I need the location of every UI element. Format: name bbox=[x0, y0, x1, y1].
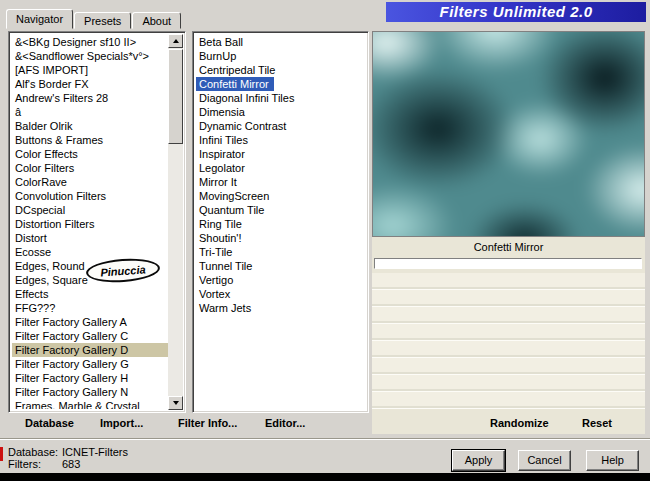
randomize-button[interactable]: Randomize bbox=[490, 417, 549, 429]
import-button[interactable]: Import... bbox=[100, 417, 143, 429]
apply-button[interactable]: Apply bbox=[452, 450, 505, 471]
list-item[interactable]: Color Filters bbox=[12, 161, 168, 175]
list-item[interactable]: Legolator bbox=[196, 161, 365, 175]
list-item[interactable]: Filter Factory Gallery A bbox=[12, 315, 168, 329]
list-item[interactable]: BurnUp bbox=[196, 49, 365, 63]
list-item[interactable]: Andrew's Filters 28 bbox=[12, 91, 168, 105]
database-button[interactable]: Database bbox=[25, 417, 74, 429]
list-item[interactable]: â bbox=[12, 105, 168, 119]
list-item[interactable]: Dynamic Contrast bbox=[196, 119, 365, 133]
list-item[interactable]: Beta Ball bbox=[196, 35, 365, 49]
list-item[interactable]: Buttons & Frames bbox=[12, 133, 168, 147]
progress-bar bbox=[374, 258, 642, 269]
arrow-down-icon bbox=[173, 401, 179, 405]
list-item[interactable]: Diagonal Infini Tiles bbox=[196, 91, 365, 105]
reset-button[interactable]: Reset bbox=[582, 417, 612, 429]
list-item[interactable]: Filter Factory Gallery C bbox=[12, 329, 168, 343]
list-item[interactable]: Filter Factory Gallery H bbox=[12, 371, 168, 385]
parameter-slot bbox=[372, 273, 645, 290]
list-item[interactable]: ColorRave bbox=[12, 175, 168, 189]
scroll-up-button[interactable] bbox=[168, 34, 183, 48]
list-item[interactable]: Inspirator bbox=[196, 147, 365, 161]
list-item[interactable]: Alf's Border FX bbox=[12, 77, 168, 91]
list-item[interactable]: Ecosse bbox=[12, 245, 168, 259]
list-item[interactable]: Centripedal Tile bbox=[196, 63, 365, 77]
list-item[interactable]: Filter Factory Gallery D bbox=[12, 343, 168, 357]
list-item[interactable]: Dimensia bbox=[196, 105, 365, 119]
filter-info-button[interactable]: Filter Info... bbox=[178, 417, 237, 429]
editor-button[interactable]: Editor... bbox=[265, 417, 305, 429]
list-item[interactable]: Vortex bbox=[196, 287, 365, 301]
category-list: &<BKg Designer sf10 II>&<Sandflower Spec… bbox=[12, 35, 168, 409]
cancel-button[interactable]: Cancel bbox=[518, 450, 571, 471]
arrow-up-icon bbox=[173, 39, 179, 43]
list-item[interactable]: Warm Jets bbox=[196, 301, 365, 315]
list-item[interactable]: Convolution Filters bbox=[12, 189, 168, 203]
list-item[interactable]: Confetti Mirror bbox=[196, 77, 274, 91]
selected-filter-name: Confetti Mirror bbox=[372, 238, 645, 257]
parameter-slot bbox=[372, 358, 645, 375]
parameter-area bbox=[372, 273, 645, 409]
red-edge-mark bbox=[0, 447, 3, 461]
list-item[interactable]: Ring Tile bbox=[196, 217, 365, 231]
list-item[interactable]: Color Effects bbox=[12, 147, 168, 161]
scroll-down-button[interactable] bbox=[168, 396, 183, 410]
list-item[interactable]: FFG??? bbox=[12, 301, 168, 315]
parameter-slot bbox=[372, 307, 645, 324]
filter-list: Beta BallBurnUpCentripedal TileConfetti … bbox=[196, 35, 365, 409]
list-item[interactable]: Effects bbox=[12, 287, 168, 301]
list-item[interactable]: Tri-Tile bbox=[196, 245, 365, 259]
list-item[interactable]: Tunnel Tile bbox=[196, 259, 365, 273]
list-item[interactable]: Infini Tiles bbox=[196, 133, 365, 147]
status-filters-value: 683 bbox=[62, 458, 80, 470]
status-database-value: ICNET-Filters bbox=[62, 446, 128, 458]
list-item[interactable]: &<Sandflower Specials*v°> bbox=[12, 49, 168, 63]
list-item[interactable]: &<BKg Designer sf10 II> bbox=[12, 35, 168, 49]
status-database-label: Database: bbox=[8, 446, 58, 458]
list-item[interactable]: Distort bbox=[12, 231, 168, 245]
list-item[interactable]: Filter Factory Gallery G bbox=[12, 357, 168, 371]
tab-presets[interactable]: Presets bbox=[74, 12, 131, 29]
tab-navigator[interactable]: Navigator bbox=[6, 9, 73, 29]
list-item[interactable]: Balder Olrik bbox=[12, 119, 168, 133]
scrollbar-thumb[interactable] bbox=[168, 49, 183, 144]
list-item[interactable]: Shoutin'! bbox=[196, 231, 365, 245]
parameter-slot bbox=[372, 392, 645, 409]
list-item[interactable]: DCspecial bbox=[12, 203, 168, 217]
parameter-slot bbox=[372, 324, 645, 341]
list-item[interactable]: MovingScreen bbox=[196, 189, 365, 203]
preview-panel: Confetti Mirror Randomize Reset bbox=[372, 31, 645, 434]
toolbar-separator bbox=[0, 438, 650, 440]
list-item[interactable]: Quantum Tile bbox=[196, 203, 365, 217]
list-item[interactable]: Filter Factory Gallery N bbox=[12, 385, 168, 399]
filters-unlimited-window: Filters Unlimited 2.0 Navigator Presets … bbox=[0, 0, 650, 481]
category-scrollbar[interactable] bbox=[168, 34, 183, 410]
title-banner: Filters Unlimited 2.0 bbox=[386, 2, 646, 22]
parameter-slot bbox=[372, 375, 645, 392]
status-filters-label: Filters: bbox=[8, 458, 41, 470]
tab-about[interactable]: About bbox=[132, 12, 181, 29]
app-title: Filters Unlimited 2.0 bbox=[439, 3, 592, 20]
list-item[interactable]: Distortion Filters bbox=[12, 217, 168, 231]
bottom-black-strip bbox=[0, 473, 650, 481]
list-item[interactable]: Mirror It bbox=[196, 175, 365, 189]
list-item[interactable]: [AFS IMPORT] bbox=[12, 63, 168, 77]
list-item[interactable]: Frames, Marble & Crystal bbox=[12, 399, 168, 409]
parameter-slot bbox=[372, 290, 645, 307]
list-item[interactable]: Vertigo bbox=[196, 273, 365, 287]
category-listbox: &<BKg Designer sf10 II>&<Sandflower Spec… bbox=[8, 31, 186, 413]
filter-preview bbox=[372, 31, 645, 237]
filter-listbox: Beta BallBurnUpCentripedal TileConfetti … bbox=[192, 31, 369, 413]
preview-image bbox=[372, 31, 645, 237]
tab-bar: Navigator Presets About bbox=[6, 9, 182, 29]
help-button[interactable]: Help bbox=[586, 450, 639, 471]
parameter-slot bbox=[372, 341, 645, 358]
